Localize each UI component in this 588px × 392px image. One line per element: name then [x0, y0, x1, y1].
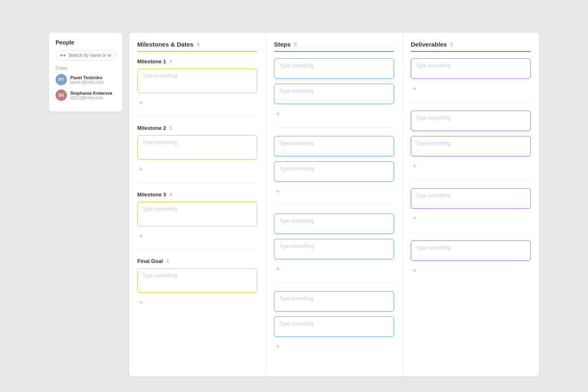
final-goal-card-1[interactable] — [137, 268, 257, 293]
search-box[interactable]: ●● — [56, 50, 116, 60]
final-goal-count: 4 — [166, 258, 169, 264]
del-s3-add-button[interactable]: + — [411, 214, 419, 224]
milestone-2-add-button[interactable]: + — [137, 165, 145, 175]
avatar-2: SK — [56, 89, 67, 101]
deliverables-title: Deliverables — [411, 41, 447, 48]
deliverables-count: 5 — [450, 41, 453, 47]
user-email-1: pavel.t@mins.com — [70, 80, 104, 85]
milestone-3-add-button[interactable]: + — [137, 231, 145, 241]
column-milestones: Milestones & Dates 4 Milestone 1 4 + Mil… — [129, 33, 266, 376]
deliverables-underline — [411, 51, 531, 52]
milestone-1-title: Milestone 1 — [137, 58, 166, 65]
user-item-1: PT Pavel Teslenko pavel.t@mins.com — [56, 74, 116, 85]
milestone-1-header: Milestone 1 4 — [137, 58, 257, 65]
milestone-2-title: Milestone 2 — [137, 125, 166, 131]
milestone-2-header: Milestone 2 5 — [137, 125, 257, 131]
steps-s1-card-1[interactable] — [274, 58, 394, 79]
avatar-img-2: SK — [56, 89, 67, 101]
steps-s2-card-1[interactable] — [274, 136, 394, 156]
avatar-1: PT — [56, 74, 67, 85]
final-goal-section: Final Goal 4 + — [137, 258, 257, 316]
steps-s4-card-2[interactable] — [274, 316, 394, 337]
milestones-title-row: Milestones & Dates 4 — [137, 41, 257, 48]
final-goal-add-button[interactable]: + — [137, 298, 145, 308]
deliverables-section-1: + — [411, 58, 531, 102]
del-s3-card-1[interactable] — [411, 188, 531, 209]
steps-count: 8 — [294, 41, 297, 47]
milestone-2-section: Milestone 2 5 + — [137, 125, 257, 183]
deliverables-section-4: + — [411, 241, 531, 284]
del-s2-add-button[interactable]: + — [411, 161, 419, 172]
online-label: Online — [56, 66, 116, 71]
steps-s4-add-button[interactable]: + — [274, 342, 282, 352]
steps-s2-card-2[interactable] — [274, 161, 394, 182]
steps-section-4: + — [274, 291, 394, 360]
final-goal-header: Final Goal 4 — [137, 258, 257, 264]
milestone-3-title: Milestone 3 — [137, 192, 166, 198]
milestones-count: 4 — [197, 41, 200, 47]
user-info-1: Pavel Teslenko pavel.t@mins.com — [70, 75, 104, 85]
user-email-2: s5212@mins.com — [70, 96, 112, 100]
sidebar-title: People — [56, 39, 116, 46]
milestone-3-card-1[interactable] — [137, 202, 257, 226]
search-input[interactable] — [69, 53, 112, 58]
milestones-title: Milestones & Dates — [137, 41, 194, 48]
column-steps: Steps 8 + + + — [266, 33, 403, 376]
search-icon: ●● — [60, 52, 66, 58]
steps-s3-card-2[interactable] — [274, 239, 394, 259]
milestone-1-add-button[interactable]: + — [137, 98, 145, 108]
user-info-2: Stephania Kolarova s5212@mins.com — [70, 91, 112, 100]
steps-section-3: + — [274, 214, 394, 283]
steps-s3-add-button[interactable]: + — [274, 264, 282, 274]
milestone-3-section: Milestone 3 4 + — [137, 192, 257, 250]
del-s1-card-1[interactable] — [411, 58, 531, 79]
milestone-2-card-1[interactable] — [137, 135, 257, 160]
milestones-header: Milestones & Dates 4 — [137, 41, 257, 52]
sidebar: People ●● Online PT Pavel Teslenko pavel… — [49, 33, 122, 111]
steps-s1-add-button[interactable]: + — [274, 109, 282, 119]
milestone-1-count: 4 — [169, 59, 172, 65]
steps-s2-add-button[interactable]: + — [274, 187, 282, 197]
user-name-2: Stephania Kolarova — [70, 91, 112, 96]
steps-underline — [274, 51, 394, 52]
avatar-img-1: PT — [56, 74, 67, 85]
steps-section-1: + — [274, 58, 394, 128]
final-goal-title: Final Goal — [137, 258, 163, 264]
steps-s3-card-1[interactable] — [274, 214, 394, 234]
del-s4-add-button[interactable]: + — [411, 266, 419, 276]
milestone-3-header: Milestone 3 4 — [137, 192, 257, 198]
deliverables-section-2: + — [411, 111, 531, 180]
main-content: Milestones & Dates 4 Milestone 1 4 + Mil… — [129, 33, 539, 376]
del-s2-card-1[interactable] — [411, 111, 531, 131]
steps-header: Steps 8 — [274, 41, 394, 52]
user-name-1: Pavel Teslenko — [70, 75, 104, 80]
steps-title-row: Steps 8 — [274, 41, 394, 48]
steps-section-2: + — [274, 136, 394, 205]
del-s1-add-button[interactable]: + — [411, 84, 419, 94]
steps-s4-card-1[interactable] — [274, 291, 394, 312]
milestone-1-card-1[interactable] — [137, 69, 257, 93]
user-item-2: SK Stephania Kolarova s5212@mins.com — [56, 89, 116, 101]
milestone-2-count: 5 — [169, 125, 172, 131]
deliverables-title-row: Deliverables 5 — [411, 41, 531, 48]
milestone-3-count: 4 — [169, 192, 172, 198]
steps-s1-card-2[interactable] — [274, 84, 394, 104]
column-deliverables: Deliverables 5 + + + — [403, 33, 539, 376]
del-s2-card-2[interactable] — [411, 136, 531, 156]
steps-title: Steps — [274, 41, 291, 48]
del-s4-card-1[interactable] — [411, 241, 531, 261]
milestones-underline — [137, 51, 257, 52]
deliverables-section-3: + — [411, 188, 531, 232]
app-container: People ●● Online PT Pavel Teslenko pavel… — [49, 33, 539, 376]
deliverables-header: Deliverables 5 — [411, 41, 531, 52]
milestone-1-section: Milestone 1 4 + — [137, 58, 257, 117]
